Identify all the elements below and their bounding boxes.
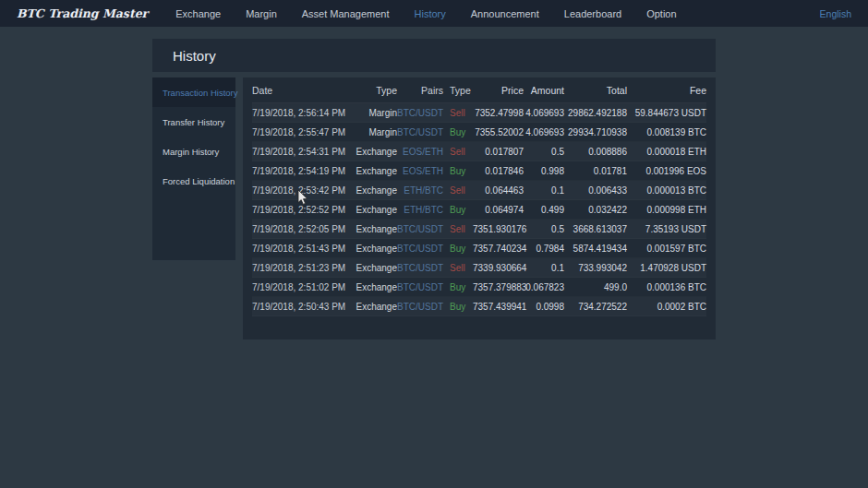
cell-price: 0.064463 — [473, 185, 524, 196]
cell-side: Sell — [443, 263, 473, 273]
cell-date: 7/19/2018, 2:56:14 PM — [252, 108, 354, 118]
cell-fee: 7.35193 USDT — [627, 224, 706, 234]
nav-item-exchange[interactable]: Exchange — [175, 8, 221, 19]
cell-amount: 0.998 — [524, 166, 564, 176]
cell-type: Exchange — [354, 166, 397, 176]
cell-price: 0.017807 — [473, 147, 524, 157]
cell-price: 7357.379883 — [473, 282, 524, 292]
cell-pairs: ETH/BTC — [397, 205, 443, 215]
cell-type: Exchange — [354, 205, 397, 215]
transaction-history-table: DateTypePairsTypePriceAmountTotalFee 7/1… — [243, 77, 716, 339]
cell-price: 0.017846 — [473, 166, 524, 176]
column-header-type-side: Type — [443, 85, 473, 96]
cell-date: 7/19/2018, 2:54:31 PM — [252, 147, 354, 157]
cell-side: Buy — [443, 127, 473, 137]
cell-fee: 0.001996 EOS — [627, 166, 706, 176]
cell-side: Buy — [443, 244, 473, 254]
table-row: 7/19/2018, 2:56:14 PMMarginBTC/USDTSell7… — [252, 103, 706, 123]
cell-amount: 0.5 — [524, 147, 564, 157]
cell-total: 0.008886 — [564, 147, 627, 157]
cell-pairs: BTC/USDT — [397, 224, 443, 234]
table-row: 7/19/2018, 2:52:52 PMExchangeETH/BTCBuy0… — [252, 200, 706, 220]
cell-amount: 0.5 — [524, 224, 564, 234]
table-row: 7/19/2018, 2:52:05 PMExchangeBTC/USDTSel… — [252, 220, 706, 239]
page-title: History — [173, 48, 216, 64]
sidebar-item-margin-history[interactable]: Margin History — [152, 137, 235, 166]
table-row: 7/19/2018, 2:50:43 PMExchangeBTC/USDTBuy… — [252, 297, 706, 316]
cell-date: 7/19/2018, 2:53:42 PM — [252, 185, 354, 196]
cell-side: Sell — [443, 147, 473, 157]
cell-pairs: EOS/ETH — [397, 147, 443, 157]
cell-amount: 0.1 — [524, 185, 564, 196]
cell-total: 29862.492188 — [564, 108, 627, 118]
cell-pairs: BTC/USDT — [397, 108, 443, 118]
cell-amount: 0.1 — [524, 263, 564, 273]
cell-fee: 0.001597 BTC — [627, 244, 706, 254]
brand-logo[interactable]: BTC Trading Master — [17, 6, 148, 20]
language-selector[interactable]: English — [820, 8, 851, 19]
nav-item-margin[interactable]: Margin — [246, 8, 277, 19]
nav-item-asset-management[interactable]: Asset Management — [302, 8, 390, 19]
cell-total: 0.032422 — [564, 205, 627, 215]
table-row: 7/19/2018, 2:54:31 PMExchangeEOS/ETHSell… — [252, 142, 706, 161]
cell-side: Buy — [443, 282, 473, 292]
table-header-row: DateTypePairsTypePriceAmountTotalFee — [252, 77, 706, 103]
cell-fee: 1.470928 USDT — [627, 263, 706, 273]
cell-type: Exchange — [354, 282, 397, 292]
cell-price: 7355.52002 — [473, 127, 524, 137]
cell-type: Margin — [354, 127, 397, 137]
cell-pairs: BTC/USDT — [397, 282, 443, 292]
cell-total: 5874.419434 — [564, 244, 627, 254]
column-header-amount: Amount — [524, 85, 564, 96]
cell-total: 29934.710938 — [564, 127, 627, 137]
nav-item-history[interactable]: History — [415, 8, 446, 19]
cell-fee: 0.000136 BTC — [627, 282, 706, 292]
cell-side: Sell — [443, 185, 473, 196]
cell-pairs: BTC/USDT — [397, 263, 443, 273]
cell-pairs: BTC/USDT — [397, 244, 443, 254]
cell-type: Exchange — [354, 244, 397, 254]
cell-pairs: EOS/ETH — [397, 166, 443, 176]
table-row: 7/19/2018, 2:51:43 PMExchangeBTC/USDTBuy… — [252, 239, 706, 258]
cell-type: Exchange — [354, 263, 397, 273]
cell-amount: 4.069693 — [524, 127, 564, 137]
cell-type: Exchange — [354, 147, 397, 157]
cell-total: 3668.613037 — [564, 224, 627, 234]
cell-side: Buy — [443, 205, 473, 215]
cell-total: 0.01781 — [564, 166, 627, 176]
cell-price: 7351.930176 — [473, 224, 524, 234]
app: { "navbar": { "brand": "BTC Trading Mast… — [0, 0, 868, 488]
column-header-price: Price — [473, 85, 524, 96]
cell-type: Exchange — [354, 302, 397, 312]
cell-date: 7/19/2018, 2:51:23 PM — [252, 263, 354, 273]
sidebar-item-transaction-history[interactable]: Transaction History — [152, 77, 235, 107]
table-row: 7/19/2018, 2:54:19 PMExchangeEOS/ETHBuy0… — [252, 161, 706, 181]
cell-type: Exchange — [354, 185, 397, 196]
cell-date: 7/19/2018, 2:55:47 PM — [252, 127, 354, 137]
cell-date: 7/19/2018, 2:54:19 PM — [252, 166, 354, 176]
cell-price: 7352.47998 — [473, 108, 524, 118]
navbar: BTC Trading Master ExchangeMarginAsset M… — [0, 0, 868, 27]
cell-side: Buy — [443, 166, 473, 176]
cell-date: 7/19/2018, 2:51:02 PM — [252, 282, 354, 292]
nav-item-announcement[interactable]: Announcement — [471, 8, 539, 19]
cell-type: Margin — [354, 108, 397, 118]
sidebar-item-forced-liquidation[interactable]: Forced Liquidation — [152, 166, 235, 196]
sidebar-item-transfer-history[interactable]: Transfer History — [152, 107, 235, 137]
cell-fee: 0.000018 ETH — [627, 147, 706, 157]
cell-side: Sell — [443, 224, 473, 234]
table-row: 7/19/2018, 2:51:02 PMExchangeBTC/USDTBuy… — [252, 278, 706, 297]
cell-date: 7/19/2018, 2:52:05 PM — [252, 224, 354, 234]
cell-amount: 4.069693 — [524, 108, 564, 118]
cell-total: 0.006433 — [564, 185, 627, 196]
column-header-fee: Fee — [627, 85, 706, 96]
table-row: 7/19/2018, 2:51:23 PMExchangeBTC/USDTSel… — [252, 258, 706, 278]
nav-item-option[interactable]: Option — [646, 8, 676, 19]
nav-item-leaderboard[interactable]: Leaderboard — [564, 8, 621, 19]
table-body: 7/19/2018, 2:56:14 PMMarginBTC/USDTSell7… — [252, 103, 706, 316]
cell-date: 7/19/2018, 2:52:52 PM — [252, 205, 354, 215]
cell-fee: 0.0002 BTC — [627, 302, 706, 312]
navbar-menu: ExchangeMarginAsset ManagementHistoryAnn… — [175, 0, 701, 27]
table-row: 7/19/2018, 2:53:42 PMExchangeETH/BTCSell… — [252, 181, 706, 200]
cell-side: Sell — [443, 108, 473, 118]
